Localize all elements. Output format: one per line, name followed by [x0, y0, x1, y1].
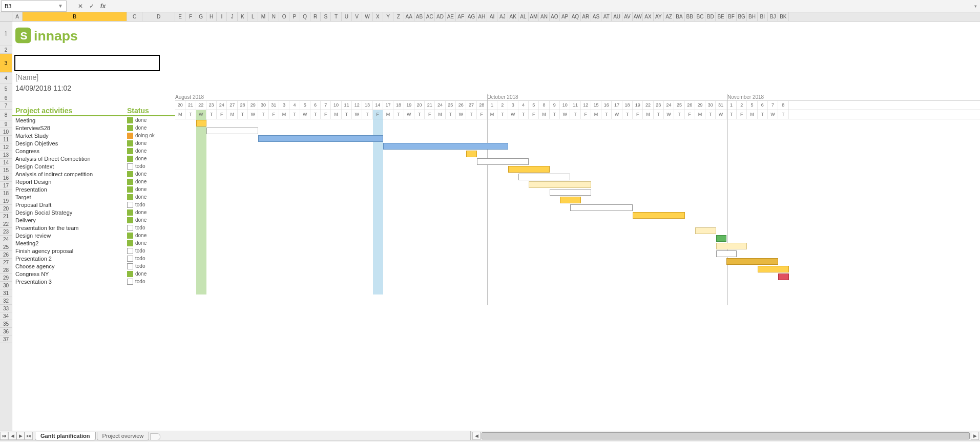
column-header-AA[interactable]: AA — [404, 12, 414, 21]
column-header-AL[interactable]: AL — [518, 12, 529, 21]
gantt-bar[interactable] — [716, 243, 747, 249]
column-header-F[interactable]: F — [185, 12, 196, 21]
activity-row[interactable]: Choose agencytodo — [12, 262, 175, 270]
gantt-bar[interactable] — [560, 197, 581, 203]
column-header-S[interactable]: S — [321, 12, 331, 21]
column-header-V[interactable]: V — [352, 12, 362, 21]
row-header-31[interactable]: 31 — [0, 289, 12, 297]
row-header-29[interactable]: 29 — [0, 274, 12, 282]
column-header-BH[interactable]: BH — [747, 12, 757, 21]
activity-row[interactable]: Congressdone — [12, 147, 175, 155]
gantt-bar[interactable] — [695, 227, 716, 234]
column-header-E[interactable]: E — [175, 12, 185, 21]
column-header-AO[interactable]: AO — [550, 12, 560, 21]
column-header-BD[interactable]: BD — [705, 12, 716, 21]
formula-input[interactable] — [109, 1, 971, 11]
activity-row[interactable]: Design Social Strategydone — [12, 208, 175, 216]
select-all-corner[interactable] — [0, 12, 12, 22]
column-header-AB[interactable]: AB — [414, 12, 425, 21]
gantt-bar[interactable] — [633, 212, 685, 219]
column-header-I[interactable]: I — [217, 12, 227, 21]
column-header-AK[interactable]: AK — [508, 12, 518, 21]
row-header-18[interactable]: 18 — [0, 190, 12, 197]
first-sheet-button[interactable]: ⏮ — [0, 432, 8, 440]
gantt-bar[interactable] — [206, 128, 259, 134]
column-header-AP[interactable]: AP — [560, 12, 570, 21]
row-header-4[interactable]: 4 — [0, 73, 12, 83]
activity-row[interactable]: Design Contexttodo — [12, 162, 175, 170]
column-header-BJ[interactable]: BJ — [768, 12, 778, 21]
column-header-AC[interactable]: AC — [425, 12, 435, 21]
column-header-R[interactable]: R — [310, 12, 321, 21]
column-header-AF[interactable]: AF — [456, 12, 466, 21]
gantt-bar[interactable] — [466, 151, 476, 157]
fx-button[interactable]: fx — [97, 1, 109, 11]
gantt-bar[interactable] — [518, 174, 571, 180]
enter-button[interactable]: ✓ — [86, 1, 97, 11]
row-header-34[interactable]: 34 — [0, 312, 12, 320]
column-header-Z[interactable]: Z — [393, 12, 404, 21]
column-header-AW[interactable]: AW — [633, 12, 643, 21]
column-header-Y[interactable]: Y — [383, 12, 393, 21]
column-header-N[interactable]: N — [269, 12, 279, 21]
activity-row[interactable]: Design Objetivesdone — [12, 139, 175, 147]
gantt-bar[interactable] — [570, 204, 633, 211]
activity-row[interactable]: Presentation 2todo — [12, 255, 175, 262]
row-header-33[interactable]: 33 — [0, 305, 12, 312]
column-header-AS[interactable]: AS — [591, 12, 601, 21]
activity-row[interactable]: Market Studydoing ok — [12, 132, 175, 139]
activity-row[interactable]: Presentation for the teamtodo — [12, 224, 175, 231]
row-header-20[interactable]: 20 — [0, 205, 12, 213]
column-header-T[interactable]: T — [331, 12, 341, 21]
column-header-AT[interactable]: AT — [601, 12, 612, 21]
row-header-7[interactable]: 7 — [0, 102, 12, 110]
column-header-BF[interactable]: BF — [726, 12, 737, 21]
column-header-AN[interactable]: AN — [539, 12, 549, 21]
column-header-AE[interactable]: AE — [446, 12, 456, 21]
activity-row[interactable]: Congress NYdone — [12, 270, 175, 278]
column-header-J[interactable]: J — [227, 12, 237, 21]
column-header-AZ[interactable]: AZ — [664, 12, 674, 21]
row-header-25[interactable]: 25 — [0, 243, 12, 251]
gantt-bar[interactable] — [477, 158, 529, 165]
tab-project-overview[interactable]: Project overview — [97, 432, 150, 440]
column-header-BB[interactable]: BB — [685, 12, 695, 21]
column-header-BA[interactable]: BA — [674, 12, 684, 21]
gantt-bar[interactable] — [716, 250, 737, 257]
row-header-35[interactable]: 35 — [0, 320, 12, 328]
column-header-Q[interactable]: Q — [300, 12, 310, 21]
gantt-bar[interactable] — [778, 273, 788, 280]
column-header-C[interactable]: C — [127, 12, 142, 21]
column-header-AD[interactable]: AD — [435, 12, 445, 21]
last-sheet-button[interactable]: ⏭ — [25, 432, 33, 440]
column-header-AI[interactable]: AI — [487, 12, 497, 21]
gantt-bar[interactable] — [383, 143, 508, 150]
row-header-24[interactable]: 24 — [0, 236, 12, 243]
column-header-B[interactable]: B — [23, 12, 127, 21]
column-header-BG[interactable]: BG — [737, 12, 747, 21]
prev-sheet-button[interactable]: ◀ — [8, 432, 16, 440]
row-header-16[interactable]: 16 — [0, 174, 12, 182]
column-header-AM[interactable]: AM — [529, 12, 539, 21]
row-header-19[interactable]: 19 — [0, 197, 12, 205]
activity-row[interactable]: Report Designdone — [12, 178, 175, 185]
row-header-1[interactable]: 1 — [0, 22, 12, 46]
row-header-36[interactable]: 36 — [0, 328, 12, 335]
row-header-26[interactable]: 26 — [0, 251, 12, 259]
gantt-bar[interactable] — [196, 120, 206, 127]
column-header-BC[interactable]: BC — [695, 12, 705, 21]
row-header-27[interactable]: 27 — [0, 259, 12, 266]
column-header-AR[interactable]: AR — [581, 12, 591, 21]
gantt-bar[interactable] — [758, 266, 789, 272]
row-header-23[interactable]: 23 — [0, 228, 12, 236]
activity-row[interactable]: Analysis of Direct Competitiondone — [12, 155, 175, 162]
row-header-8[interactable]: 8 — [0, 110, 12, 120]
column-header-A[interactable]: A — [12, 12, 23, 21]
column-header-L[interactable]: L — [248, 12, 258, 21]
scroll-left-button[interactable]: ◀ — [472, 432, 481, 440]
column-header-H[interactable]: H — [206, 12, 217, 21]
column-header-AU[interactable]: AU — [612, 12, 622, 21]
column-header-O[interactable]: O — [279, 12, 289, 21]
activity-row[interactable]: Meeting2done — [12, 239, 175, 247]
activity-row[interactable]: Presentationdone — [12, 185, 175, 193]
